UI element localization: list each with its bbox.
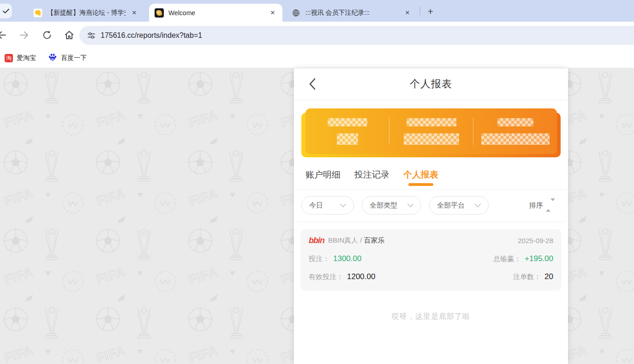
page-content: FIFA 个人报表: [0, 68, 634, 364]
tab-video-records[interactable]: :::视讯 会员下注纪录::: ✕: [286, 4, 417, 22]
filter-label: 全部类型: [370, 201, 397, 210]
sort-label: 排序: [529, 201, 543, 210]
reload-icon[interactable]: [41, 29, 53, 41]
sort-arrows-icon: [546, 201, 555, 209]
bookmark-label: 百度一下: [61, 54, 87, 62]
close-icon[interactable]: ✕: [402, 8, 413, 18]
platform-filter-dropdown[interactable]: 全部平台: [429, 196, 489, 215]
chevron-down-icon: [475, 203, 481, 208]
report-entry-card[interactable]: bbin BBIN真人 / 百家乐 2025-09-28 投注： 1300.00…: [300, 229, 562, 291]
baidu-paw-icon: du: [48, 53, 57, 64]
page-title: 个人报表: [410, 77, 452, 91]
back-icon[interactable]: [0, 29, 8, 41]
address-bar[interactable]: 175616.cc/reports/index?tab=1: [79, 26, 634, 45]
stat-bet: 投注： 1300.00: [309, 254, 361, 263]
bookmark-label: 爱淘宝: [17, 54, 36, 62]
active-tab-underline: [408, 183, 433, 186]
stat-bet-count: 注单数： 20: [513, 272, 553, 281]
taobao-icon: 淘: [5, 54, 13, 62]
tab-account-details[interactable]: 账户明细: [305, 160, 341, 189]
site-settings-tune-icon[interactable]: [87, 31, 96, 40]
checkmark-icon: [3, 8, 9, 14]
report-panel: 个人报表: [294, 68, 568, 364]
chevron-left-icon[interactable]: [306, 78, 319, 90]
tab-search-button[interactable]: [0, 4, 12, 18]
tab-separator: [420, 6, 420, 15]
tab-title: 【新提醒】海燕论坛 - 博学交流: [47, 9, 126, 17]
redacted-label: [328, 118, 367, 126]
browser-window: 【新提醒】海燕论坛 - 博学交流 ✕ Welcome ✕ :::视讯 会员下注纪…: [0, 0, 634, 364]
tab-title: :::视讯 会员下注纪录:::: [305, 9, 399, 17]
bookmark-baidu[interactable]: du 百度一下: [48, 53, 87, 64]
bbin-logo: bbin: [309, 236, 324, 245]
redacted-value: [481, 133, 550, 145]
redacted-label: [407, 118, 456, 126]
tab-label: 个人报表: [403, 169, 438, 181]
entry-date: 2025-09-28: [518, 237, 553, 245]
entry-title: BBIN真人 / 百家乐: [328, 236, 385, 245]
section-tabs: 账户明细 投注记录 个人报表: [294, 160, 568, 190]
summary-card-front: [305, 108, 557, 154]
stat-winloss: 总输赢： +195.00: [493, 254, 553, 263]
tab-title: Welcome: [168, 9, 264, 17]
summary-column-3: [473, 108, 557, 154]
new-tab-button[interactable]: +: [425, 6, 437, 18]
chevron-down-icon: [340, 203, 346, 208]
close-icon[interactable]: ✕: [268, 8, 278, 18]
close-icon[interactable]: ✕: [129, 8, 139, 18]
browser-toolbar: 175616.cc/reports/index?tab=1: [0, 22, 634, 48]
home-icon[interactable]: [63, 29, 75, 41]
tab-personal-report[interactable]: 个人报表: [403, 160, 438, 189]
type-filter-dropdown[interactable]: 全部类型: [362, 196, 421, 215]
tab-haiyan-forum[interactable]: 【新提醒】海燕论坛 - 博学交流 ✕: [28, 4, 144, 22]
filter-bar: 今日 全部类型 全部平台 排序: [294, 190, 568, 221]
tab-welcome[interactable]: Welcome ✕: [149, 4, 282, 22]
url-text[interactable]: 175616.cc/reports/index?tab=1: [101, 31, 202, 40]
tab-label: 投注记录: [354, 169, 389, 181]
date-filter-dropdown[interactable]: 今日: [301, 196, 354, 215]
tab-label: 账户明细: [305, 169, 341, 181]
filter-label: 全部平台: [437, 201, 465, 210]
bookmarks-bar: 淘 爱淘宝 du 百度一下: [0, 48, 634, 68]
forward-icon[interactable]: [18, 29, 30, 41]
summary-column-1: [305, 108, 389, 154]
stat-valid-bet: 有效投注： 1200.00: [309, 272, 375, 281]
redacted-value: [337, 133, 358, 145]
tab-strip: 【新提醒】海燕论坛 - 博学交流 ✕ Welcome ✕ :::视讯 会员下注纪…: [0, 0, 634, 22]
end-of-list-text: 哎呀，这里是底部了啦: [294, 312, 568, 322]
summary-card: [301, 108, 561, 157]
panel-header: 个人报表: [294, 68, 568, 100]
svg-text:du: du: [51, 58, 54, 60]
chevron-down-icon: [407, 203, 413, 208]
entry-stats-row: 投注： 1300.00 总输赢： +195.00: [309, 254, 553, 263]
gold-emblem-favicon: [155, 8, 164, 18]
summary-column-2: [389, 108, 473, 154]
tab-bet-records[interactable]: 投注记录: [354, 160, 389, 189]
sort-control[interactable]: 排序: [529, 201, 555, 210]
filter-label: 今日: [309, 201, 323, 210]
redacted-value: [404, 133, 459, 145]
bookmark-aitaobao[interactable]: 淘 爱淘宝: [5, 54, 36, 62]
chat-bubble-favicon: [33, 8, 42, 18]
entry-stats-row: 有效投注： 1200.00 注单数： 20: [309, 272, 553, 281]
entry-header: bbin BBIN真人 / 百家乐 2025-09-28: [309, 236, 553, 245]
redacted-label: [497, 118, 533, 126]
globe-icon: [292, 8, 301, 18]
